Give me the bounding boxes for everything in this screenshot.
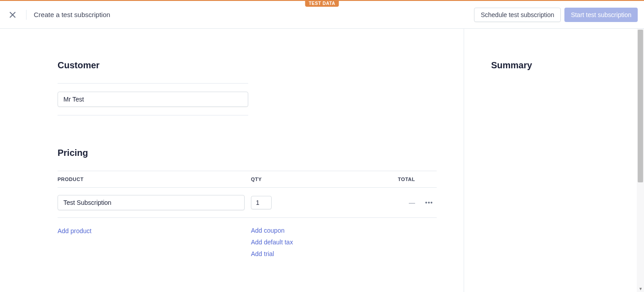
scrollbar[interactable]: ▲ ▼ [637, 29, 644, 292]
start-subscription-button[interactable]: Start test subscription [564, 8, 638, 22]
column-total: TOTAL [341, 177, 437, 182]
header-actions: Schedule test subscription Start test su… [474, 8, 638, 22]
qty-input[interactable] [251, 196, 272, 209]
schedule-subscription-button[interactable]: Schedule test subscription [474, 8, 561, 22]
add-product-link[interactable]: Add product [58, 227, 92, 234]
close-icon [9, 12, 16, 18]
total-value: — [409, 199, 415, 206]
pricing-heading: Pricing [58, 148, 437, 158]
more-icon[interactable]: ••• [425, 199, 433, 206]
pricing-section: Pricing PRODUCT QTY TOTAL — ••• [58, 148, 437, 257]
header-divider [26, 10, 27, 20]
scrollbar-thumb[interactable] [638, 30, 643, 182]
content: Customer Pricing PRODUCT QTY TOTAL — [0, 29, 644, 292]
product-cell [58, 195, 251, 210]
actions-right: Add coupon Add default tax Add trial [251, 227, 437, 257]
pricing-row: — ••• [58, 188, 437, 218]
scroll-down-icon[interactable]: ▼ [639, 287, 643, 291]
header-left: Create a test subscription [6, 9, 110, 21]
add-coupon-link[interactable]: Add coupon [251, 227, 437, 234]
main-panel: Customer Pricing PRODUCT QTY TOTAL — [0, 29, 464, 292]
add-trial-link[interactable]: Add trial [251, 250, 437, 257]
pricing-table-header: PRODUCT QTY TOTAL [58, 171, 437, 188]
page-title: Create a test subscription [34, 11, 110, 18]
divider [58, 83, 248, 84]
summary-heading: Summary [491, 60, 617, 71]
product-input[interactable] [58, 195, 245, 210]
column-product: PRODUCT [58, 177, 251, 182]
customer-section: Customer [58, 60, 248, 115]
add-default-tax-link[interactable]: Add default tax [251, 239, 437, 246]
divider [58, 115, 248, 115]
column-qty: QTY [251, 177, 341, 182]
actions-left: Add product [58, 227, 251, 257]
summary-panel: Summary [464, 29, 644, 292]
customer-heading: Customer [58, 60, 248, 71]
test-data-badge: TEST DATA [305, 0, 339, 7]
total-cell: — ••• [341, 199, 437, 206]
qty-cell [251, 196, 341, 209]
pricing-actions: Add product Add coupon Add default tax A… [58, 218, 437, 257]
customer-input[interactable] [58, 92, 248, 107]
close-button[interactable] [6, 9, 19, 21]
